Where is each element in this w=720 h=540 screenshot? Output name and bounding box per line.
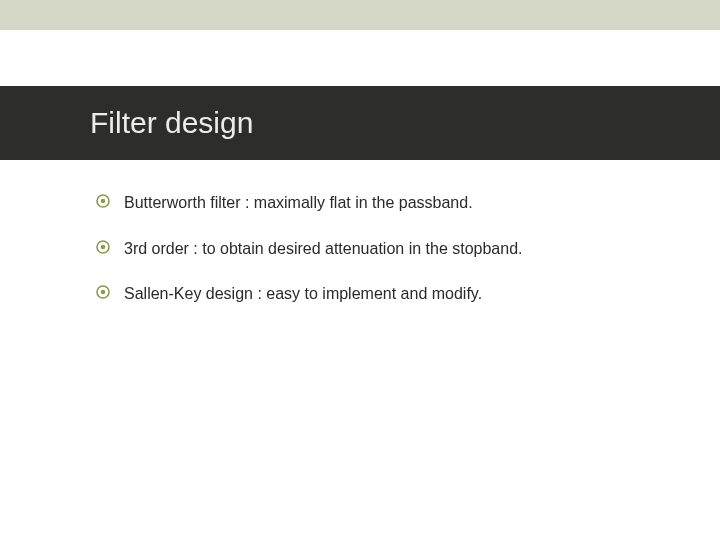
svg-point-1 [101,199,106,204]
title-band: Filter design [0,86,720,160]
bullet-text: 3rd order : to obtain desired attenuatio… [124,238,523,260]
target-bullet-icon [96,240,110,254]
target-bullet-icon [96,285,110,299]
decorative-top-bar [0,0,720,30]
svg-point-5 [101,290,106,295]
list-item: 3rd order : to obtain desired attenuatio… [96,238,720,260]
bullet-text: Sallen-Key design : easy to implement an… [124,283,482,305]
slide-title: Filter design [90,106,720,140]
target-bullet-icon [96,194,110,208]
svg-point-3 [101,244,106,249]
bullet-text: Butterworth filter : maximally flat in t… [124,192,473,214]
bullet-list: Butterworth filter : maximally flat in t… [0,160,720,305]
list-item: Sallen-Key design : easy to implement an… [96,283,720,305]
list-item: Butterworth filter : maximally flat in t… [96,192,720,214]
